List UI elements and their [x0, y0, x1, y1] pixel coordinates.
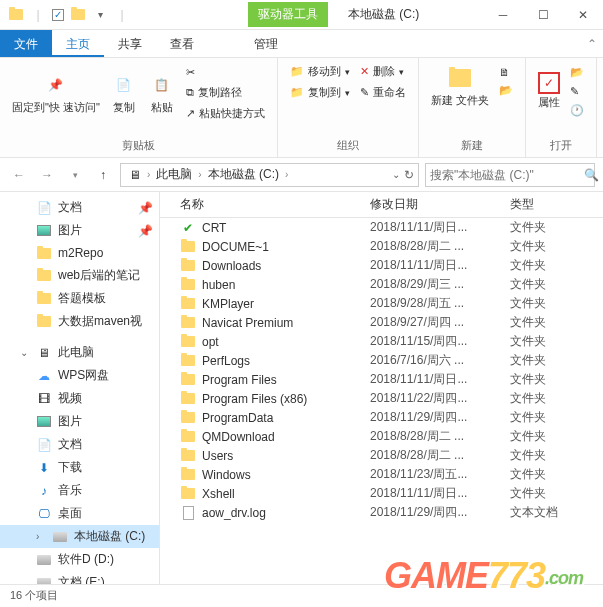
cut-button[interactable]: ✂	[182, 64, 269, 81]
file-row[interactable]: QMDownload2018/8/28/周二 ...文件夹	[160, 427, 603, 446]
new-folder-button[interactable]: 新建 文件夹	[427, 62, 493, 109]
history-icon: 🕐	[570, 104, 584, 117]
file-row[interactable]: Navicat Premium2018/9/27/周四 ...文件夹	[160, 313, 603, 332]
search-input[interactable]	[430, 168, 580, 182]
expand-icon[interactable]: ⌄	[20, 347, 30, 358]
file-icon	[180, 391, 196, 407]
sidebar-item-m2repo[interactable]: m2Repo	[0, 242, 159, 264]
back-button[interactable]: ←	[8, 164, 30, 186]
folder-icon	[8, 7, 24, 23]
pin-icon: 📌	[42, 71, 70, 99]
easy-access-button[interactable]: 📂	[495, 82, 517, 99]
sidebar-item-answer[interactable]: 答题模板	[0, 287, 159, 310]
file-name: opt	[202, 335, 219, 349]
col-type[interactable]: 类型	[510, 196, 590, 213]
sidebar-item-drive-c[interactable]: ›本地磁盘 (C:)	[0, 525, 159, 548]
file-name: Xshell	[202, 487, 235, 501]
open-button[interactable]: 📂	[566, 64, 588, 81]
file-icon	[180, 258, 196, 274]
status-bar: 16 个项目	[0, 584, 603, 606]
paste-shortcut-button[interactable]: ↗粘贴快捷方式	[182, 104, 269, 123]
file-row[interactable]: Program Files (x86)2018/11/22/周四...文件夹	[160, 389, 603, 408]
file-name: huben	[202, 278, 235, 292]
tab-file[interactable]: 文件	[0, 30, 52, 57]
search-icon[interactable]: 🔍	[584, 168, 599, 182]
file-row[interactable]: Xshell2018/11/11/周日...文件夹	[160, 484, 603, 503]
group-label: 新建	[427, 136, 517, 153]
minimize-button[interactable]: ─	[483, 0, 523, 30]
recent-dropdown-icon[interactable]: ▾	[64, 164, 86, 186]
sidebar-item-drive-d[interactable]: 软件D (D:)	[0, 548, 159, 571]
copy-path-button[interactable]: ⧉复制路径	[182, 83, 269, 102]
pc-icon: 🖥	[36, 345, 52, 361]
sidebar-item-video[interactable]: 🎞视频	[0, 387, 159, 410]
paste-button[interactable]: 📋 粘贴	[144, 62, 180, 123]
history-dropdown-icon[interactable]: ⌄	[392, 169, 400, 180]
disk-icon	[36, 575, 52, 585]
file-row[interactable]: ✔CRT2018/11/11/周日...文件夹	[160, 218, 603, 237]
sidebar-item-bigdata[interactable]: 大数据maven视	[0, 310, 159, 333]
tab-home[interactable]: 主页	[52, 30, 104, 57]
file-row[interactable]: aow_drv.log2018/11/29/周四...文本文档	[160, 503, 603, 522]
edit-button[interactable]: ✎	[566, 83, 588, 100]
collapse-ribbon-icon[interactable]: ⌃	[581, 30, 603, 57]
sidebar-item-pics[interactable]: 图片📌	[0, 219, 159, 242]
col-modified[interactable]: 修改日期	[370, 196, 510, 213]
file-icon	[180, 353, 196, 369]
move-to-button[interactable]: 📁移动到▾	[286, 62, 354, 81]
file-row[interactable]: huben2018/8/29/周三 ...文件夹	[160, 275, 603, 294]
navigation-pane[interactable]: 📄文档📌 图片📌 m2Repo web后端的笔记 答题模板 大数据maven视 …	[0, 192, 160, 584]
up-button[interactable]: ↑	[92, 164, 114, 186]
sidebar-item-docs[interactable]: 📄文档📌	[0, 196, 159, 219]
close-button[interactable]: ✕	[563, 0, 603, 30]
sidebar-item-wps[interactable]: ☁WPS网盘	[0, 364, 159, 387]
sidebar-item-music[interactable]: ♪音乐	[0, 479, 159, 502]
sidebar-item-web-notes[interactable]: web后端的笔记	[0, 264, 159, 287]
file-row[interactable]: KMPlayer2018/9/28/周五 ...文件夹	[160, 294, 603, 313]
sidebar-item-desktop[interactable]: 🖵桌面	[0, 502, 159, 525]
search-box[interactable]: 🔍	[425, 163, 595, 187]
file-row[interactable]: Windows2018/11/23/周五...文件夹	[160, 465, 603, 484]
tab-manage[interactable]: 管理	[240, 30, 292, 57]
sidebar-item-docs2[interactable]: 📄文档	[0, 433, 159, 456]
file-name: PerfLogs	[202, 354, 250, 368]
new-item-button[interactable]: 🗎	[495, 64, 517, 80]
properties-button[interactable]: ✓ 属性	[534, 62, 564, 119]
crumb-drive[interactable]: 本地磁盘 (C:)	[204, 164, 283, 185]
delete-button[interactable]: ✕删除▾	[356, 62, 410, 81]
file-row[interactable]: DOCUME~12018/8/28/周二 ...文件夹	[160, 237, 603, 256]
contextual-tab[interactable]: 驱动器工具	[248, 2, 328, 27]
tab-view[interactable]: 查看	[156, 30, 208, 57]
expand-icon[interactable]: ›	[36, 531, 46, 542]
file-list[interactable]: 名称 修改日期 类型 ✔CRT2018/11/11/周日...文件夹DOCUME…	[160, 192, 603, 584]
tab-share[interactable]: 共享	[104, 30, 156, 57]
file-icon	[180, 239, 196, 255]
sidebar-item-pics2[interactable]: 图片	[0, 410, 159, 433]
maximize-button[interactable]: ☐	[523, 0, 563, 30]
column-headers[interactable]: 名称 修改日期 类型	[160, 192, 603, 218]
rename-button[interactable]: ✎重命名	[356, 83, 410, 102]
pin-button[interactable]: 📌 固定到"快 速访问"	[8, 62, 104, 123]
qat-dropdown-icon[interactable]: ▾	[92, 7, 108, 23]
refresh-icon[interactable]: ↻	[404, 168, 414, 182]
sidebar-item-drive-e[interactable]: 文档 (E:)	[0, 571, 159, 584]
file-icon	[180, 372, 196, 388]
file-row[interactable]: ProgramData2018/11/29/周四...文件夹	[160, 408, 603, 427]
file-row[interactable]: opt2018/11/15/周四...文件夹	[160, 332, 603, 351]
pc-icon[interactable]: 🖥	[125, 166, 145, 184]
open-icon: 📂	[570, 66, 584, 79]
file-row[interactable]: PerfLogs2016/7/16/周六 ...文件夹	[160, 351, 603, 370]
copy-to-button[interactable]: 📁复制到▾	[286, 83, 354, 102]
file-row[interactable]: Downloads2018/11/11/周日...文件夹	[160, 256, 603, 275]
breadcrumb[interactable]: 🖥 › 此电脑 › 本地磁盘 (C:) › ⌄ ↻	[120, 163, 419, 187]
history-button[interactable]: 🕐	[566, 102, 588, 119]
file-row[interactable]: Users2018/8/28/周二 ...文件夹	[160, 446, 603, 465]
sidebar-item-downloads[interactable]: ⬇下载	[0, 456, 159, 479]
checkbox-icon[interactable]: ✓	[52, 9, 64, 21]
file-row[interactable]: Program Files2018/11/11/周日...文件夹	[160, 370, 603, 389]
col-name[interactable]: 名称	[180, 196, 370, 213]
sidebar-item-this-pc[interactable]: ⌄🖥此电脑	[0, 341, 159, 364]
crumb-this-pc[interactable]: 此电脑	[152, 164, 196, 185]
forward-button[interactable]: →	[36, 164, 58, 186]
copy-button[interactable]: 📄 复制	[106, 62, 142, 123]
